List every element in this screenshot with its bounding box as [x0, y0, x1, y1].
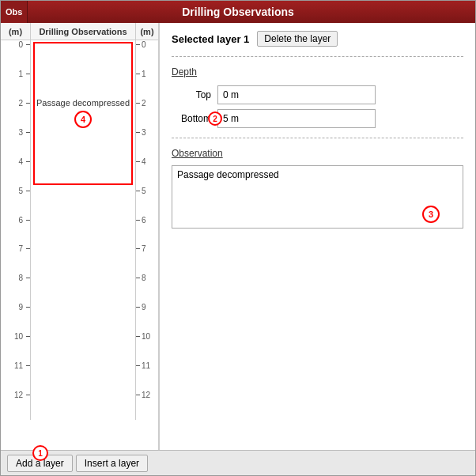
divider2: [172, 138, 463, 138]
col-header-m-right: (m): [136, 23, 158, 40]
top-depth-row: Top: [172, 85, 463, 104]
top-label: Top: [172, 89, 211, 100]
bottom-bar: Add a layer Insert a layer 1: [1, 450, 475, 475]
column-headers: (m) Drilling Observations (m): [1, 23, 158, 40]
bottom-depth-row: Bottom 2: [172, 109, 463, 128]
delete-layer-button[interactable]: Delete the layer: [257, 31, 338, 47]
selected-layer-label: Selected layer 1: [172, 33, 249, 45]
depth-scale-left: 0123456789101112: [1, 40, 31, 420]
bottom-depth-input[interactable]: [217, 109, 376, 128]
title-bar: Obs Drilling Observations: [1, 1, 475, 23]
app-window: Obs Drilling Observations (m) Drilling O…: [0, 0, 476, 476]
top-depth-input[interactable]: [217, 85, 376, 104]
obs-textarea-wrapper: 3: [172, 165, 463, 231]
badge-1: 1: [32, 445, 48, 461]
obs-column: Passage decompressed4: [31, 40, 136, 420]
observation-textarea[interactable]: [172, 165, 463, 229]
selected-layer-row: Selected layer 1 Delete the layer: [172, 31, 463, 47]
badge-3: 3: [422, 206, 440, 223]
layer-block[interactable]: Passage decompressed4: [33, 42, 133, 185]
right-panel: Selected layer 1 Delete the layer Depth …: [159, 23, 475, 450]
layer-text: Passage decompressed: [36, 98, 130, 108]
log-area: 0123456789101112 Passage decompressed4 0…: [1, 40, 158, 450]
badge-4: 4: [74, 111, 92, 128]
observation-section: Observation 3: [172, 148, 463, 231]
insert-layer-button[interactable]: Insert a layer: [76, 455, 148, 472]
obs-badge: Obs: [1, 1, 28, 23]
depth-section: Depth Top Bottom 2: [172, 66, 463, 128]
depth-scale-right: 0123456789101112: [136, 40, 158, 420]
observation-section-title: Observation: [172, 148, 463, 159]
col-header-m-left: (m): [1, 23, 31, 40]
col-header-obs: Drilling Observations: [31, 23, 136, 40]
badge-2: 2: [208, 111, 222, 126]
bottom-input-wrapper: 2: [217, 109, 376, 128]
main-content: (m) Drilling Observations (m) 0123456789…: [1, 23, 475, 450]
bottom-label: Bottom: [172, 113, 211, 124]
app-title: Drilling Observations: [182, 6, 294, 18]
left-panel: (m) Drilling Observations (m) 0123456789…: [1, 23, 159, 450]
divider: [172, 56, 463, 57]
depth-section-title: Depth: [172, 66, 463, 77]
